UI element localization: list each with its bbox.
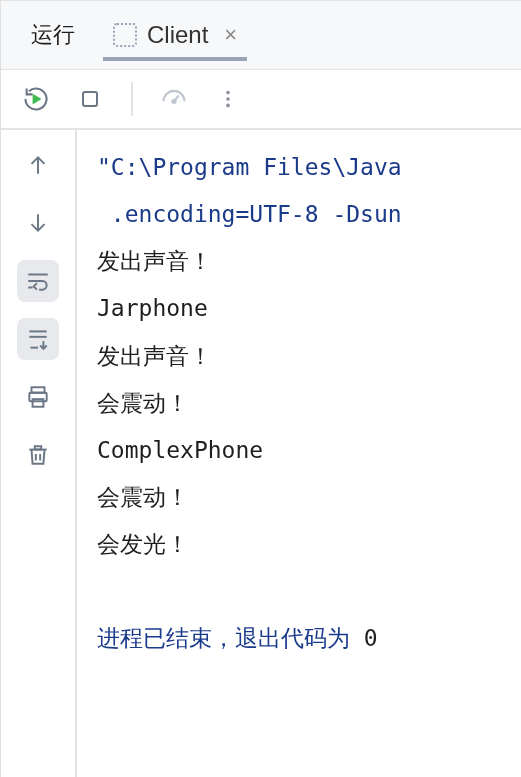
close-icon[interactable]: × xyxy=(224,22,237,48)
exit-message: 进程已结束，退出代码为 0 xyxy=(97,625,378,651)
toolbar-divider xyxy=(131,82,133,116)
output-line: 会震动！ xyxy=(97,390,189,416)
more-options-icon[interactable] xyxy=(213,84,243,114)
rerun-button[interactable] xyxy=(21,84,51,114)
output-line: Jarphone xyxy=(97,295,208,321)
tab-client[interactable]: Client × xyxy=(103,15,247,61)
output-line: 发出声音！ xyxy=(97,248,212,274)
tab-title: Client xyxy=(147,21,208,49)
run-tab-bar: 运行 Client × xyxy=(1,0,521,70)
command-line-2: .encoding=UTF-8 -Dsun xyxy=(97,201,402,227)
console-output[interactable]: "C:\Program Files\Java .encoding=UTF-8 -… xyxy=(77,130,521,777)
output-line: 会震动！ xyxy=(97,484,189,510)
stop-button[interactable] xyxy=(75,84,105,114)
output-line: ComplexPhone xyxy=(97,437,263,463)
svg-point-3 xyxy=(226,97,230,101)
svg-rect-0 xyxy=(83,92,97,106)
panel-label: 运行 xyxy=(29,16,77,54)
trash-icon[interactable] xyxy=(17,434,59,476)
run-body: "C:\Program Files\Java .encoding=UTF-8 -… xyxy=(1,130,521,777)
up-arrow-icon[interactable] xyxy=(17,144,59,186)
svg-point-1 xyxy=(172,100,175,103)
svg-point-2 xyxy=(226,91,230,95)
output-line: 会发光！ xyxy=(97,531,189,557)
soft-wrap-icon[interactable] xyxy=(17,260,59,302)
run-config-icon xyxy=(113,23,137,47)
svg-point-4 xyxy=(226,104,230,108)
svg-rect-7 xyxy=(33,399,44,407)
run-toolbar xyxy=(1,70,521,130)
console-sidebar xyxy=(1,130,77,777)
command-line-1: "C:\Program Files\Java xyxy=(97,154,402,180)
scroll-to-end-icon[interactable] xyxy=(17,318,59,360)
print-icon[interactable] xyxy=(17,376,59,418)
output-line: 发出声音！ xyxy=(97,343,212,369)
performance-icon[interactable] xyxy=(159,84,189,114)
down-arrow-icon[interactable] xyxy=(17,202,59,244)
